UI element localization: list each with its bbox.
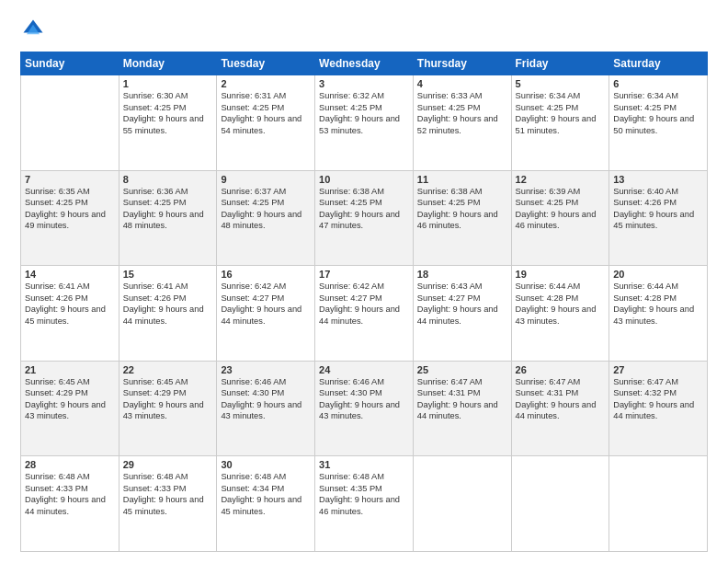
cell-info: Sunrise: 6:38 AM Sunset: 4:25 PM Dayligh… (319, 186, 409, 232)
day-number: 4 (417, 78, 507, 89)
calendar-cell: 14Sunrise: 6:41 AM Sunset: 4:26 PM Dayli… (21, 266, 119, 362)
cell-info: Sunrise: 6:46 AM Sunset: 4:30 PM Dayligh… (221, 376, 311, 422)
day-number: 17 (319, 269, 409, 280)
day-number: 1 (123, 78, 213, 89)
cell-info: Sunrise: 6:48 AM Sunset: 4:33 PM Dayligh… (123, 471, 213, 517)
calendar-cell: 31Sunrise: 6:48 AM Sunset: 4:35 PM Dayli… (315, 456, 414, 552)
cell-info: Sunrise: 6:41 AM Sunset: 4:26 PM Dayligh… (25, 281, 115, 327)
day-number: 25 (417, 364, 507, 375)
day-number: 19 (516, 269, 606, 280)
calendar-cell: 20Sunrise: 6:44 AM Sunset: 4:28 PM Dayli… (609, 266, 708, 362)
calendar-cell (511, 456, 609, 552)
day-number: 29 (123, 459, 213, 470)
page: SundayMondayTuesdayWednesdayThursdayFrid… (0, 0, 728, 563)
cell-info: Sunrise: 6:33 AM Sunset: 4:25 PM Dayligh… (417, 90, 507, 136)
calendar-cell (609, 456, 708, 552)
day-number: 31 (319, 459, 409, 470)
calendar-cell: 8Sunrise: 6:36 AM Sunset: 4:25 PM Daylig… (119, 170, 217, 266)
day-number: 8 (123, 174, 213, 185)
cell-info: Sunrise: 6:35 AM Sunset: 4:25 PM Dayligh… (25, 186, 115, 232)
calendar-cell (21, 75, 119, 171)
day-header-tuesday: Tuesday (217, 52, 315, 75)
calendar-cell: 2Sunrise: 6:31 AM Sunset: 4:25 PM Daylig… (217, 75, 315, 171)
calendar-cell: 3Sunrise: 6:32 AM Sunset: 4:25 PM Daylig… (315, 75, 414, 171)
day-number: 13 (613, 174, 703, 185)
logo-icon (20, 17, 46, 42)
calendar-cell: 12Sunrise: 6:39 AM Sunset: 4:25 PM Dayli… (511, 170, 609, 266)
day-number: 14 (25, 269, 115, 280)
calendar-cell: 1Sunrise: 6:30 AM Sunset: 4:25 PM Daylig… (119, 75, 217, 171)
day-number: 9 (221, 174, 311, 185)
calendar-cell: 11Sunrise: 6:38 AM Sunset: 4:25 PM Dayli… (413, 170, 511, 266)
cell-info: Sunrise: 6:41 AM Sunset: 4:26 PM Dayligh… (123, 281, 213, 327)
day-number: 12 (516, 174, 606, 185)
cell-info: Sunrise: 6:42 AM Sunset: 4:27 PM Dayligh… (319, 281, 409, 327)
calendar-cell (413, 456, 511, 552)
day-number: 23 (221, 364, 311, 375)
calendar-cell: 22Sunrise: 6:45 AM Sunset: 4:29 PM Dayli… (119, 361, 217, 456)
day-header-friday: Friday (511, 52, 609, 75)
day-header-wednesday: Wednesday (315, 52, 414, 75)
cell-info: Sunrise: 6:34 AM Sunset: 4:25 PM Dayligh… (516, 90, 606, 136)
cell-info: Sunrise: 6:47 AM Sunset: 4:31 PM Dayligh… (516, 376, 606, 422)
calendar-cell: 7Sunrise: 6:35 AM Sunset: 4:25 PM Daylig… (21, 170, 119, 266)
calendar-cell: 4Sunrise: 6:33 AM Sunset: 4:25 PM Daylig… (413, 75, 511, 171)
day-number: 15 (123, 269, 213, 280)
day-number: 27 (613, 364, 703, 375)
calendar-cell: 29Sunrise: 6:48 AM Sunset: 4:33 PM Dayli… (119, 456, 217, 552)
day-number: 30 (221, 459, 311, 470)
day-number: 3 (319, 78, 409, 89)
cell-info: Sunrise: 6:42 AM Sunset: 4:27 PM Dayligh… (221, 281, 311, 327)
day-number: 20 (613, 269, 703, 280)
cell-info: Sunrise: 6:48 AM Sunset: 4:35 PM Dayligh… (319, 471, 409, 517)
day-header-saturday: Saturday (609, 52, 708, 75)
cell-info: Sunrise: 6:44 AM Sunset: 4:28 PM Dayligh… (516, 281, 606, 327)
cell-info: Sunrise: 6:45 AM Sunset: 4:29 PM Dayligh… (25, 376, 115, 422)
cell-info: Sunrise: 6:34 AM Sunset: 4:25 PM Dayligh… (613, 90, 703, 136)
day-number: 16 (221, 269, 311, 280)
calendar-cell: 28Sunrise: 6:48 AM Sunset: 4:33 PM Dayli… (21, 456, 119, 552)
calendar-cell: 13Sunrise: 6:40 AM Sunset: 4:26 PM Dayli… (609, 170, 708, 266)
calendar-cell: 16Sunrise: 6:42 AM Sunset: 4:27 PM Dayli… (217, 266, 315, 362)
cell-info: Sunrise: 6:30 AM Sunset: 4:25 PM Dayligh… (123, 90, 213, 136)
calendar-cell: 17Sunrise: 6:42 AM Sunset: 4:27 PM Dayli… (315, 266, 414, 362)
calendar-cell: 26Sunrise: 6:47 AM Sunset: 4:31 PM Dayli… (511, 361, 609, 456)
cell-info: Sunrise: 6:40 AM Sunset: 4:26 PM Dayligh… (613, 186, 703, 232)
cell-info: Sunrise: 6:45 AM Sunset: 4:29 PM Dayligh… (123, 376, 213, 422)
day-header-thursday: Thursday (413, 52, 511, 75)
calendar-cell: 24Sunrise: 6:46 AM Sunset: 4:30 PM Dayli… (315, 361, 414, 456)
calendar-cell: 21Sunrise: 6:45 AM Sunset: 4:29 PM Dayli… (21, 361, 119, 456)
calendar-cell: 19Sunrise: 6:44 AM Sunset: 4:28 PM Dayli… (511, 266, 609, 362)
cell-info: Sunrise: 6:36 AM Sunset: 4:25 PM Dayligh… (123, 186, 213, 232)
calendar-table: SundayMondayTuesdayWednesdayThursdayFrid… (20, 52, 708, 552)
calendar-cell: 27Sunrise: 6:47 AM Sunset: 4:32 PM Dayli… (609, 361, 708, 456)
calendar-cell: 25Sunrise: 6:47 AM Sunset: 4:31 PM Dayli… (413, 361, 511, 456)
header (20, 17, 708, 42)
cell-info: Sunrise: 6:39 AM Sunset: 4:25 PM Dayligh… (516, 186, 606, 232)
day-number: 7 (25, 174, 115, 185)
day-number: 22 (123, 364, 213, 375)
cell-info: Sunrise: 6:43 AM Sunset: 4:27 PM Dayligh… (417, 281, 507, 327)
calendar-cell: 9Sunrise: 6:37 AM Sunset: 4:25 PM Daylig… (217, 170, 315, 266)
day-number: 2 (221, 78, 311, 89)
day-number: 6 (613, 78, 703, 89)
calendar-cell: 15Sunrise: 6:41 AM Sunset: 4:26 PM Dayli… (119, 266, 217, 362)
day-number: 11 (417, 174, 507, 185)
calendar-cell: 30Sunrise: 6:48 AM Sunset: 4:34 PM Dayli… (217, 456, 315, 552)
cell-info: Sunrise: 6:44 AM Sunset: 4:28 PM Dayligh… (613, 281, 703, 327)
day-number: 26 (516, 364, 606, 375)
cell-info: Sunrise: 6:37 AM Sunset: 4:25 PM Dayligh… (221, 186, 311, 232)
cell-info: Sunrise: 6:32 AM Sunset: 4:25 PM Dayligh… (319, 90, 409, 136)
calendar-cell: 6Sunrise: 6:34 AM Sunset: 4:25 PM Daylig… (609, 75, 708, 171)
calendar-cell: 23Sunrise: 6:46 AM Sunset: 4:30 PM Dayli… (217, 361, 315, 456)
day-number: 28 (25, 459, 115, 470)
day-number: 18 (417, 269, 507, 280)
day-number: 5 (516, 78, 606, 89)
day-header-monday: Monday (119, 52, 217, 75)
day-number: 24 (319, 364, 409, 375)
cell-info: Sunrise: 6:38 AM Sunset: 4:25 PM Dayligh… (417, 186, 507, 232)
day-number: 10 (319, 174, 409, 185)
cell-info: Sunrise: 6:47 AM Sunset: 4:32 PM Dayligh… (613, 376, 703, 422)
cell-info: Sunrise: 6:46 AM Sunset: 4:30 PM Dayligh… (319, 376, 409, 422)
cell-info: Sunrise: 6:48 AM Sunset: 4:33 PM Dayligh… (25, 471, 115, 517)
